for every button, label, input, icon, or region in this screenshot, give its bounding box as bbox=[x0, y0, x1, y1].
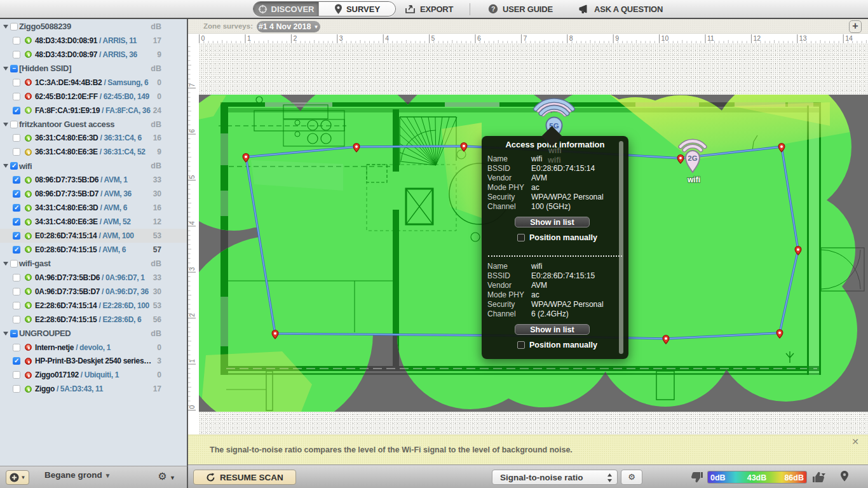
svg-text:10: 10 bbox=[661, 34, 669, 42]
svg-text:9: 9 bbox=[615, 34, 619, 42]
svg-text:5: 5 bbox=[431, 34, 435, 42]
svg-text:0dB: 0dB bbox=[710, 473, 726, 482]
svg-text:wifi: wifi bbox=[687, 175, 700, 184]
svg-text:12: 12 bbox=[753, 34, 761, 42]
svg-text:0: 0 bbox=[201, 34, 205, 42]
svg-text:14: 14 bbox=[845, 34, 853, 42]
svg-text:43dB: 43dB bbox=[747, 473, 767, 482]
svg-text:1: 1 bbox=[247, 34, 251, 42]
svg-text:6: 6 bbox=[477, 34, 481, 42]
svg-text:4: 4 bbox=[385, 34, 389, 42]
svg-text:11: 11 bbox=[707, 34, 714, 42]
svg-text:2: 2 bbox=[293, 34, 297, 42]
svg-text:?: ? bbox=[491, 5, 495, 13]
svg-text:86dB: 86dB bbox=[784, 473, 804, 482]
svg-text:2G: 2G bbox=[688, 154, 697, 162]
svg-text:8: 8 bbox=[569, 34, 573, 42]
svg-text:3: 3 bbox=[339, 34, 343, 42]
svg-text:13: 13 bbox=[799, 34, 807, 42]
svg-text:7: 7 bbox=[523, 34, 527, 42]
